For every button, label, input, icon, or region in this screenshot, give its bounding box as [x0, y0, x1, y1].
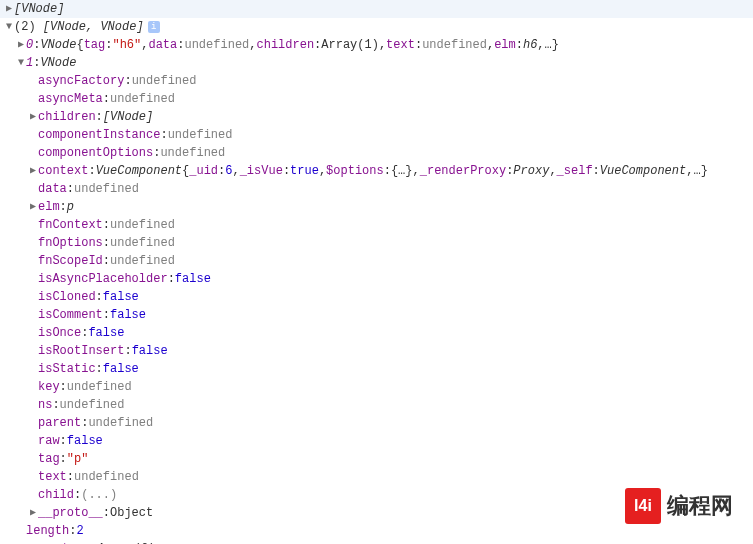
expand-arrow-icon[interactable]: ▶ — [28, 505, 38, 521]
prop-tag[interactable]: tag: "p" — [0, 450, 753, 468]
array-length: (2) — [14, 19, 36, 35]
info-badge-icon[interactable]: i — [148, 21, 160, 33]
collapse-arrow-icon[interactable]: ▼ — [4, 19, 14, 35]
prop-ns[interactable]: ns: undefined — [0, 396, 753, 414]
expand-arrow-icon[interactable]: ▶ — [28, 109, 38, 125]
index-key: 0 — [26, 37, 33, 53]
site-logo: l4i 编程网 — [625, 488, 733, 524]
prop-asyncFactory[interactable]: asyncFactory: undefined — [0, 72, 753, 90]
prop-length[interactable]: length: 2 — [0, 522, 753, 540]
prop-context[interactable]: ▶ context: VueComponent { _uid: 6, _isVu… — [0, 162, 753, 180]
prop-asyncMeta[interactable]: asyncMeta: undefined — [0, 90, 753, 108]
vnode-label: [VNode] — [14, 1, 64, 17]
prop-isAsyncPlaceholder[interactable]: isAsyncPlaceholder: false — [0, 270, 753, 288]
expanded-array-header[interactable]: ▼ (2) [VNode, VNode] i — [0, 18, 753, 36]
prop-key[interactable]: key: undefined — [0, 378, 753, 396]
expand-arrow-icon[interactable]: ▶ — [28, 163, 38, 179]
prop-fnContext[interactable]: fnContext: undefined — [0, 216, 753, 234]
prop-parent[interactable]: parent: undefined — [0, 414, 753, 432]
prop-isOnce[interactable]: isOnce: false — [0, 324, 753, 342]
logo-icon: l4i — [625, 488, 661, 524]
vnode-type: VNode — [40, 55, 76, 71]
expand-arrow-icon[interactable]: ▶ — [4, 1, 14, 17]
prop-fnScopeId[interactable]: fnScopeId: undefined — [0, 252, 753, 270]
prop-isCloned[interactable]: isCloned: false — [0, 288, 753, 306]
array-item-1[interactable]: ▼ 1: VNode — [0, 54, 753, 72]
logo-text: 编程网 — [667, 498, 733, 514]
prop-fnOptions[interactable]: fnOptions: undefined — [0, 234, 753, 252]
array-label: [VNode, VNode] — [43, 19, 144, 35]
collapse-arrow-icon[interactable]: ▼ — [16, 55, 26, 71]
expand-arrow-icon[interactable]: ▶ — [28, 199, 38, 215]
prop-raw[interactable]: raw: false — [0, 432, 753, 450]
prop-data[interactable]: data: undefined — [0, 180, 753, 198]
vnode-type: VNode — [40, 37, 76, 53]
collapsed-vnode-0[interactable]: ▶ [VNode] — [0, 0, 753, 18]
prop-text[interactable]: text: undefined — [0, 468, 753, 486]
prop-isComment[interactable]: isComment: false — [0, 306, 753, 324]
prop-elm[interactable]: ▶elm: p — [0, 198, 753, 216]
prop-isRootInsert[interactable]: isRootInsert: false — [0, 342, 753, 360]
array-item-0[interactable]: ▶ 0: VNode { tag: "h6", data: undefined,… — [0, 36, 753, 54]
prop-isStatic[interactable]: isStatic: false — [0, 360, 753, 378]
prop-children[interactable]: ▶children: [VNode] — [0, 108, 753, 126]
prop-proto-array[interactable]: ▶__proto__: Array(0) — [0, 540, 753, 544]
prop-componentOptions[interactable]: componentOptions: undefined — [0, 144, 753, 162]
prop-componentInstance[interactable]: componentInstance: undefined — [0, 126, 753, 144]
expand-arrow-icon[interactable]: ▶ — [16, 37, 26, 53]
index-key: 1 — [26, 55, 33, 71]
